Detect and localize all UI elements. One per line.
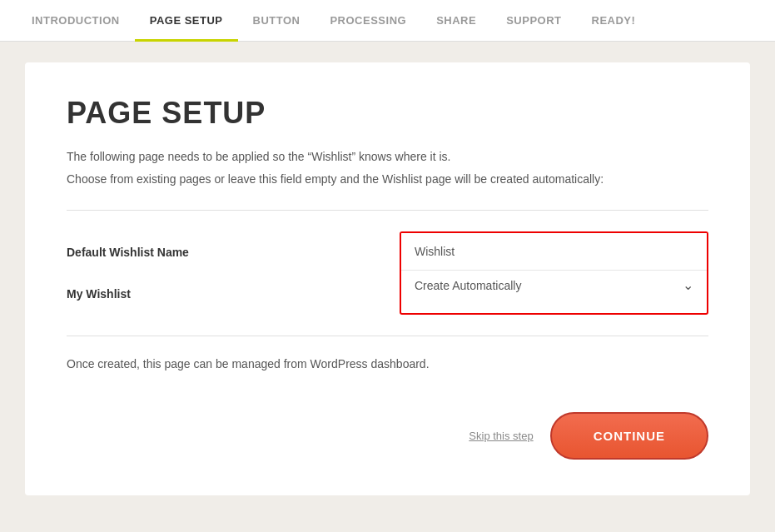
divider-bottom [67, 336, 708, 336]
card-footer: Skip this step CONTINUE [67, 412, 708, 460]
nav-item-ready[interactable]: READY! [577, 0, 651, 42]
page-setup-card: PAGE SETUP The following page needs to b… [25, 62, 750, 495]
my-wishlist-select[interactable]: Create Automatically Select existing pag… [415, 279, 693, 292]
nav-item-share[interactable]: SHARE [421, 0, 491, 42]
divider-top [67, 210, 708, 211]
label-default-wishlist-name: Default Wishlist Name [67, 231, 400, 273]
top-nav: INTRODUCTION PAGE SETUP BUTTON PROCESSIN… [0, 0, 775, 42]
label-my-wishlist: My Wishlist [67, 273, 400, 315]
nav-item-processing[interactable]: PROCESSING [315, 0, 421, 42]
nav-item-page-setup[interactable]: PAGE SETUP [135, 0, 238, 42]
continue-button[interactable]: CONTINUE [550, 412, 708, 460]
default-wishlist-name-input[interactable] [401, 233, 707, 270]
my-wishlist-select-wrapper: Create Automatically Select existing pag… [401, 271, 707, 301]
description-line2: Choose from existing pages or leave this… [67, 170, 708, 188]
skip-link[interactable]: Skip this step [469, 430, 533, 442]
form-field-group: Default Wishlist Name My Wishlist Create… [67, 231, 708, 315]
control-row-wishlist-name [401, 233, 707, 271]
description-line1: The following page needs to be applied s… [67, 147, 708, 166]
field-labels: Default Wishlist Name My Wishlist [67, 231, 400, 315]
footer-description: Once created, this page can be managed f… [67, 357, 708, 370]
nav-item-support[interactable]: SUPPORT [491, 0, 576, 42]
page-title: PAGE SETUP [67, 96, 708, 131]
nav-item-button[interactable]: BUTTON [238, 0, 315, 42]
form-controls-box: Create Automatically Select existing pag… [400, 231, 708, 315]
main-content: PAGE SETUP The following page needs to b… [0, 42, 775, 532]
control-row-my-wishlist: Create Automatically Select existing pag… [401, 271, 707, 301]
nav-item-introduction[interactable]: INTRODUCTION [17, 0, 135, 42]
